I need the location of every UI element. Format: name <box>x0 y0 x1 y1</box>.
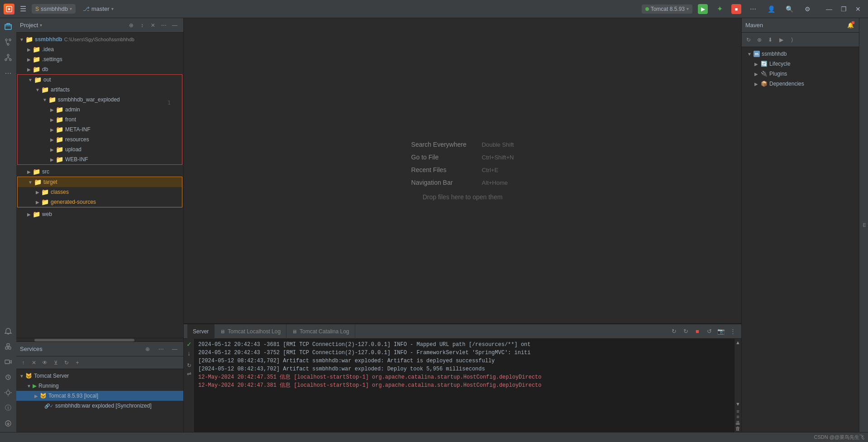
tree-web-inf[interactable]: ▶ 📁 WEB-INF <box>18 154 182 164</box>
console-tab-server[interactable]: Server <box>187 324 215 339</box>
log-line-5: 12-May-2024 20:42:47.351 信息 [localhost-s… <box>198 373 730 381</box>
services-refresh-icon[interactable]: ↻ <box>62 358 72 368</box>
resume-icon[interactable]: ↻ <box>681 327 691 336</box>
sidebar-item-run[interactable] <box>1 355 15 369</box>
sidebar-item-plugins[interactable] <box>1 386 15 399</box>
maven-plugins-item[interactable]: ▶ 🔌 Plugins <box>742 69 859 79</box>
sidebar-item-info[interactable]: ⓘ <box>1 401 15 415</box>
sidebar-item-more[interactable]: ··· <box>1 66 15 80</box>
maximize-button[interactable]: ❐ <box>837 3 850 15</box>
close-button[interactable]: ✕ <box>852 3 864 15</box>
console-tab-localhost-log[interactable]: 🖥 Tomcat Localhost Log <box>215 324 286 339</box>
console-tab-catalina-log[interactable]: 🖥 Tomcat Catalina Log <box>286 324 355 339</box>
maven-dependencies-item[interactable]: ▶ 📦 Dependencies <box>742 79 859 89</box>
services-add-icon[interactable]: ⊕ <box>143 344 153 354</box>
tree-out[interactable]: ▼ 📁 out <box>18 75 182 85</box>
sidebar-item-structure[interactable] <box>1 51 15 64</box>
panel-minimize-icon[interactable]: — <box>170 20 180 30</box>
reload-small-icon[interactable]: ↻ <box>187 362 191 369</box>
scroll-bottom-icon[interactable]: ≡ <box>736 414 739 419</box>
status-bar-right-text: CSDN @@菜鸟先生飞 <box>814 434 864 441</box>
restart-icon[interactable]: ↺ <box>704 327 714 336</box>
services-eye-icon[interactable]: 👁 <box>40 358 50 368</box>
maven-lifecycle-item[interactable]: ▶ 🔄 Lifecycle <box>742 59 859 69</box>
tree-web[interactable]: ▶ 📁 web <box>16 209 183 219</box>
project-selector[interactable]: S ssmbhhdb ▾ <box>32 4 76 14</box>
sidebar-item-notifications[interactable] <box>1 324 15 338</box>
maven-run-icon[interactable]: ▶ <box>776 35 786 45</box>
add-icon[interactable]: ⊕ <box>126 20 136 30</box>
services-up-icon[interactable]: ↑ <box>18 358 28 368</box>
maven-add-source-icon[interactable]: ⊕ <box>754 35 764 45</box>
stop-console-icon[interactable]: ■ <box>692 327 702 336</box>
maven-notification-icon[interactable]: 🔔 <box>845 20 855 30</box>
tree-classes[interactable]: ▶ 📁 classes <box>18 187 182 197</box>
tree-upload[interactable]: ▶ 📁 upload <box>18 144 182 154</box>
tree-admin[interactable]: ▶ 📁 admin <box>18 105 182 115</box>
console-output: 2024-05-12 20:42:43 -3681 [RMI TCP Conne… <box>195 339 734 432</box>
tree-idea[interactable]: ▶ 📁 .idea <box>16 44 183 54</box>
service-tomcat-server[interactable]: ▼ 🐱 Tomcat Server <box>16 371 183 381</box>
service-tomcat-local[interactable]: ▶ 🐱 Tomcat 8.5.93 [local] <box>16 391 183 401</box>
maven-refresh-icon[interactable]: ↻ <box>744 35 754 45</box>
project-title-dropdown[interactable]: ▾ <box>40 23 42 28</box>
camera-icon[interactable]: 📷 <box>716 327 726 336</box>
tree-src[interactable]: ▶ 📁 src <box>16 167 183 177</box>
maven-expand-icon[interactable]: ⟩ <box>787 35 797 45</box>
minimize-button[interactable]: — <box>823 3 835 15</box>
tree-meta-inf[interactable]: ▶ 📁 META-INF <box>18 125 182 135</box>
wrap-icon[interactable]: ⇌ <box>187 370 191 377</box>
more-options-icon[interactable]: ⋯ <box>747 3 759 15</box>
tree-war-exploded[interactable]: ▼ 📁 ssmbhhdb_war_exploded <box>18 95 182 105</box>
expand-collapse-icon[interactable]: ↕ <box>137 20 147 30</box>
profile-icon[interactable]: 👤 <box>765 3 777 15</box>
svg-point-3 <box>9 39 11 41</box>
sidebar-item-git[interactable] <box>1 35 15 49</box>
branch-selector[interactable]: ⎇ master ▾ <box>79 4 117 14</box>
close-panel-icon[interactable]: ✕ <box>148 20 158 30</box>
tomcat-run-config[interactable]: Tomcat 8.5.93 ▾ <box>642 5 692 14</box>
services-minimize-icon[interactable]: — <box>170 344 180 354</box>
services-x-icon[interactable]: ✕ <box>29 358 39 368</box>
maven-root-item[interactable]: ▼ m ssmbhhdb <box>742 49 859 59</box>
hint-goto-file: Go to File Ctrl+Shift+N <box>411 154 514 161</box>
scroll-up-icon[interactable]: ▲ <box>735 340 740 345</box>
scroll-top-icon[interactable]: ≡ <box>736 408 739 414</box>
file-tree: ▼ 📁 ssmbhhdb C:\Users\Sgy\School\ssmbhhd… <box>16 33 183 338</box>
tree-db[interactable]: ▶ 📁 db <box>16 64 183 74</box>
reload-icon[interactable]: ↻ <box>669 327 679 336</box>
maven-strip-label[interactable]: m <box>861 223 867 227</box>
maven-download-icon[interactable]: ⬇ <box>765 35 775 45</box>
maven-root-label: ssmbhhdb <box>762 51 787 57</box>
tree-artifacts[interactable]: ▼ 📁 artifacts <box>18 85 182 95</box>
console-left-gutter: ✓ ↓ ↻ ⇌ <box>184 339 195 432</box>
sidebar-item-build[interactable] <box>1 340 15 353</box>
tree-root[interactable]: ▼ 📁 ssmbhhdb C:\Users\Sgy\School\ssmbhhd… <box>16 34 183 44</box>
tree-resources[interactable]: ▶ 📁 resources <box>18 135 182 144</box>
scroll-down-icon[interactable]: ▼ <box>735 401 740 407</box>
settings-icon[interactable]: ⚙ <box>801 3 814 15</box>
service-war-exploded[interactable]: 🔗✓ ssmbhhdb:war exploded [Synchronized] <box>16 401 183 411</box>
sidebar-item-project[interactable] <box>1 20 15 34</box>
sidebar-item-git2[interactable] <box>1 417 15 430</box>
service-running[interactable]: ▼ ▶ Running <box>16 381 183 391</box>
upload-label: upload <box>65 146 81 153</box>
tree-horizontal-scrollbar[interactable] <box>16 338 183 341</box>
search-icon[interactable]: 🔍 <box>783 3 796 15</box>
copilot-icon[interactable]: ✦ <box>713 3 726 15</box>
tree-generated-sources[interactable]: ▶ 📁 generated-sources <box>18 197 182 207</box>
run-button[interactable]: ▶ <box>698 4 708 14</box>
tree-settings[interactable]: ▶ 📁 .settings <box>16 54 183 64</box>
services-filter-icon[interactable]: ⊻ <box>51 358 61 368</box>
print-icon[interactable]: 🖶 <box>735 420 740 426</box>
tree-target[interactable]: ▼ 📁 target <box>18 177 182 187</box>
tree-front[interactable]: ▶ 📁 front <box>18 115 182 125</box>
console-more-icon[interactable]: ⋮ <box>728 327 738 336</box>
services-plus-icon[interactable]: + <box>72 358 82 368</box>
hamburger-menu-icon[interactable]: ☰ <box>18 3 28 15</box>
sidebar-item-debug[interactable] <box>1 370 15 384</box>
stop-button[interactable]: ■ <box>731 4 741 14</box>
trash-icon[interactable]: 🗑 <box>735 426 740 431</box>
panel-menu-icon[interactable]: ⋯ <box>159 20 169 30</box>
services-more-icon[interactable]: ⋯ <box>156 344 166 354</box>
